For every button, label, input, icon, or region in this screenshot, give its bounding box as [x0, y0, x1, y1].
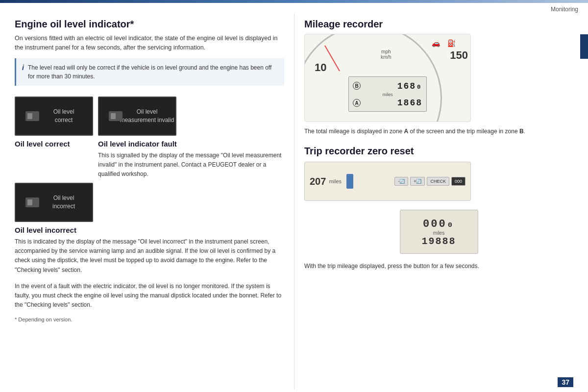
speedometer-image: 10 150 mph km/h 🚗 ⛽ B 168₀ — [304, 34, 471, 122]
info-icon: i — [22, 64, 24, 72]
page-number-area: 37 — [558, 377, 573, 387]
trip-display-2: 000₀ miles 19888 — [400, 210, 478, 254]
instruments-row: Oil level correct Oil level correct Oil … — [15, 93, 284, 179]
trip-zero-digits: 000₀ — [423, 217, 455, 230]
trip-btn-000[interactable]: 000 — [451, 177, 466, 186]
trip-btn-plus[interactable]: +🔄 — [410, 177, 425, 186]
mileage-caption: The total mileage is displayed in zone A… — [304, 127, 573, 136]
oil-fault-note: In the event of a fault with the electri… — [15, 282, 284, 310]
speedo-low-speed: 10 — [315, 61, 326, 74]
trip-total-digits: 19888 — [421, 236, 456, 247]
oil-incorrect-display-label: Oil level incorrect — [52, 194, 75, 211]
trip-miles-unit: miles — [329, 178, 342, 184]
oil-fault-icon — [109, 111, 122, 121]
speedo-miles-label: miles — [353, 92, 422, 97]
oil-incorrect-description: This is indicated by the display of the … — [15, 237, 284, 275]
oil-icon — [25, 111, 39, 121]
oil-correct-display: Oil level correct — [15, 97, 93, 136]
left-column: Engine oil level indicator* On versions … — [15, 14, 294, 389]
speedo-icons: 🚗 ⛽ — [432, 39, 456, 47]
intro-text: On versions fitted with an electric oil … — [15, 34, 284, 52]
speedo-row-a: A 1868 — [353, 98, 422, 108]
oil-incorrect-display: Oil level incorrect — [15, 183, 93, 222]
speedo-b-digits: 168₀ — [397, 80, 422, 91]
car-silhouette-icon: 🚗 — [432, 39, 440, 47]
zone-a-label: A — [353, 99, 361, 107]
trip-caption: With the trip mileage displayed, press t… — [304, 262, 573, 270]
oil-fault-display-label: Oil level measurement invalid — [120, 108, 174, 124]
chapter-tab — [580, 34, 588, 59]
mileage-section: Mileage recorder 10 150 mph km/h 🚗 ⛽ — [304, 19, 573, 136]
header-label: Monitoring — [551, 6, 578, 13]
speedo-display-box: B 168₀ miles A 1868 — [348, 76, 427, 112]
fuel-icon: ⛽ — [447, 39, 456, 47]
trip-button-group: -🔄 +🔄 CHECK 000 — [394, 177, 466, 186]
oil-correct-group: Oil level correct Oil level correct — [15, 93, 93, 179]
speedo-high-speed: 150 — [450, 49, 468, 62]
trip-title: Trip recorder zero reset — [304, 146, 573, 157]
info-box-text: The level read will only be correct if t… — [28, 63, 278, 81]
zone-b-label: B — [353, 82, 361, 90]
oil-incorrect-title: Oil level incorrect — [15, 226, 284, 234]
trip-btn-minus[interactable]: -🔄 — [394, 177, 408, 186]
oil-incorrect-icon — [25, 197, 39, 207]
trip-display2-miles: miles — [433, 230, 444, 236]
main-title: Engine oil level indicator* — [15, 19, 284, 30]
oil-correct-label: Oil level correct — [53, 108, 74, 124]
mileage-title: Mileage recorder — [304, 19, 573, 30]
right-column: Mileage recorder 10 150 mph km/h 🚗 ⛽ — [294, 14, 573, 389]
page-header: Monitoring — [0, 3, 588, 14]
speedo-row-b: B 168₀ — [353, 80, 422, 91]
trip-display-1: 207 miles -🔄 +🔄 CHECK 000 — [304, 162, 471, 201]
oil-fault-title: Oil level indicator fault — [98, 140, 284, 148]
page-number: 37 — [558, 377, 573, 387]
oil-fault-group: Oil level measurement invalid Oil level … — [98, 93, 284, 179]
info-box: i The level read will only be correct if… — [15, 58, 284, 86]
trip-btn-check[interactable]: CHECK — [427, 177, 449, 186]
content-area: Engine oil level indicator* On versions … — [0, 14, 588, 389]
trip-mileage-num: 207 — [310, 176, 326, 187]
trip-display-2-wrapper: 000₀ miles 19888 — [304, 206, 573, 258]
trip-section: Trip recorder zero reset 207 miles -🔄 +🔄… — [304, 146, 573, 270]
oil-correct-title: Oil level correct — [15, 140, 93, 148]
oil-fault-description: This is signalled by the display of the … — [98, 151, 284, 179]
speedo-a-digits: 1868 — [397, 98, 422, 108]
trip-cursor — [346, 174, 353, 189]
oil-fault-display: Oil level measurement invalid — [98, 97, 176, 136]
speedo-unit-label: mph km/h — [381, 49, 392, 60]
footnote: * Depending on version. — [15, 317, 284, 322]
oil-incorrect-group: Oil level incorrect Oil level incorrect … — [15, 183, 284, 275]
